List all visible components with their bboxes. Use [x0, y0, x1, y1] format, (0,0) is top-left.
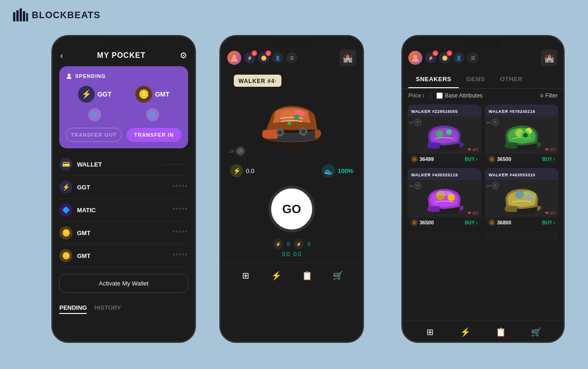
lv-text: LV: [229, 149, 234, 153]
settings-icon[interactable]: ⚙: [180, 50, 187, 61]
card4-coin-icon: $: [489, 219, 495, 226]
p2-nav-home[interactable]: ⊞: [239, 269, 252, 282]
card4-img: LV ✕ ❤ 0/7: [485, 180, 559, 217]
gmt2-wallet-item[interactable]: 🪙 GMT *****: [59, 244, 188, 267]
p3-lightning-count: 0: [433, 50, 438, 56]
tab-other[interactable]: OTHER: [493, 71, 530, 88]
card3-lv: LV ✕: [409, 182, 421, 189]
price-sort-button[interactable]: Price ↕: [408, 92, 425, 99]
p3-tabs: SNEAKERS GEMS OTHER: [403, 71, 563, 89]
filter-divider: [430, 93, 431, 98]
tab-sneakers[interactable]: SNEAKERS: [408, 71, 459, 88]
transfer-in-button[interactable]: TRANSFER IN: [126, 128, 182, 142]
wallet-icon: 💳: [59, 158, 72, 171]
ggt-wallet-item[interactable]: ⚡ GGT *****: [59, 176, 188, 199]
card2-title: WALKER #578245116: [489, 109, 535, 114]
ggt-icon: ⚡: [78, 86, 95, 103]
coin-count: 0: [266, 50, 271, 56]
ggt-coin: ⚡ GGT: [78, 86, 112, 103]
gmt1-wallet-icon: 🪙: [59, 226, 72, 239]
p3-filter-row: Price ↕ Base Attributes ≡ Filter: [403, 89, 563, 103]
activate-wallet-button[interactable]: Activate My Wallet: [59, 274, 188, 293]
gmt1-wallet-name: GMT: [77, 230, 91, 237]
filter-label: Filter: [545, 92, 558, 99]
matic-wallet-item[interactable]: 🔷 MATIC *****: [59, 199, 188, 222]
card1-title: WALKER #228516055: [411, 109, 458, 114]
phone1-frame: ‹ MY POCKET ⚙ SPENDING ⚡ GGT 🪙 GMT: [51, 35, 196, 343]
card2-price-num: 36500: [497, 156, 511, 162]
transfer-out-button[interactable]: TRANSFER OUT: [66, 128, 122, 142]
sort-arrows: ↕: [422, 92, 425, 99]
card3-header: WALKER #430325119: [407, 168, 481, 180]
card1-footer: $ 36499 BUY ›: [407, 154, 481, 164]
p3-nav-shop[interactable]: 🛒: [530, 326, 543, 339]
card3-price-num: 36500: [420, 220, 434, 225]
p2-coin-btn[interactable]: 🪙 0: [258, 52, 269, 63]
p2-user-btn[interactable]: 👤: [272, 52, 283, 63]
p2-nav-list[interactable]: 📋: [301, 269, 314, 282]
health-value: 100%: [338, 167, 353, 174]
svg-point-18: [301, 130, 305, 133]
card4-buy-btn[interactable]: BUY ›: [542, 220, 555, 225]
p2-menu-btn[interactable]: ☰: [286, 52, 297, 63]
wallet-list: 💳 WALLET ············ ⚡ GGT ***** 🔷 MATI…: [53, 153, 195, 267]
badge-right: ⟳: [146, 108, 159, 121]
sneaker-card-2[interactable]: WALKER #578245116 LV ✕: [485, 104, 559, 164]
go-button[interactable]: GO: [268, 186, 315, 232]
back-button[interactable]: ‹: [60, 51, 63, 61]
p2-stats: ⚡ 0.0 👟 100%: [221, 160, 363, 181]
p2-walker-text: WALKER #4·: [238, 78, 277, 84]
card2-buy-btn[interactable]: BUY ›: [542, 157, 555, 162]
spending-icon: [66, 73, 72, 79]
health-stat: 👟 100%: [322, 164, 353, 177]
matic-wallet-icon: 🔷: [59, 203, 72, 216]
sneaker-card-4[interactable]: WALKER #463553310 LV ✕: [485, 168, 559, 228]
ggt-label: GGT: [98, 91, 112, 98]
p3-lightning-btn[interactable]: ⚡ 0: [425, 52, 436, 63]
p3-coin-btn[interactable]: 🪙 0: [439, 52, 450, 63]
filter-button[interactable]: ≡ Filter: [540, 92, 558, 99]
p3-menu-btn[interactable]: ☰: [467, 52, 478, 63]
p3-castle-btn[interactable]: 🏰: [541, 49, 558, 66]
card1-coin-icon: $: [411, 156, 418, 162]
price-label: Price: [408, 92, 421, 99]
base-attr-checkbox[interactable]: Base Attributes: [436, 92, 483, 99]
phone3-frame: ⚡ 0 🪙 0 👤 ☰ 🏰 SNEAKERS GEMS OTHER Price …: [401, 35, 565, 343]
card4-heart: ❤ 0/7: [545, 211, 556, 216]
p3-user-btn[interactable]: 👤: [453, 52, 464, 63]
app-logo: BLOCKBEATS: [13, 8, 100, 21]
wallet-row-left: 💳 WALLET: [59, 158, 102, 171]
sneaker-card-3[interactable]: WALKER #430325119 LV ✕: [407, 168, 481, 228]
p2-lightning-btn[interactable]: ⚡ 0: [244, 52, 255, 63]
wallet-item[interactable]: 💳 WALLET ············: [59, 153, 188, 176]
ggt-wallet-icon: ⚡: [59, 181, 72, 194]
card1-header: WALKER #228516055: [407, 104, 481, 117]
p2-castle-btn[interactable]: 🏰: [339, 49, 356, 66]
sneaker-card-1[interactable]: WALKER #228516055 LV ✕: [407, 104, 481, 164]
p3-nav-list[interactable]: 📋: [494, 326, 507, 339]
bs-icon-left: ⚡: [273, 239, 283, 249]
ggt-wallet-name: GGT: [77, 184, 90, 191]
gmt1-wallet-item[interactable]: 🪙 GMT *****: [59, 222, 188, 244]
svg-rect-2: [20, 8, 22, 21]
energy-stat: ⚡ 0.0: [230, 164, 254, 177]
card3-buy-btn[interactable]: BUY ›: [465, 220, 477, 225]
phone2-screen: ⚡ 0 🪙 0 👤 ☰ 🏰 WALKER #4· LV: [221, 36, 363, 341]
p2-nav-shop[interactable]: 🛒: [331, 269, 344, 282]
p2-score-row: 0.0 0.0: [221, 251, 363, 258]
p2-nav-lightning[interactable]: ⚡: [270, 269, 283, 282]
score-left: 0.0: [282, 251, 290, 258]
gmt-coin: 🪙 GMT: [135, 86, 169, 103]
tab-pending[interactable]: PENDING: [59, 304, 87, 314]
notch3: [464, 36, 502, 47]
tab-history[interactable]: HISTORY: [94, 304, 121, 314]
p3-nav-lightning[interactable]: ⚡: [459, 326, 472, 339]
tab-gems[interactable]: GEMS: [459, 71, 492, 88]
matic-wallet-dots: *****: [173, 207, 188, 213]
card1-buy-btn[interactable]: BUY ›: [465, 157, 477, 162]
go-wrapper: GO: [221, 181, 363, 237]
p3-nav-home[interactable]: ⊞: [423, 326, 436, 339]
p1-bottom-tabs: PENDING HISTORY: [53, 299, 195, 317]
card4-header: WALKER #463553310: [485, 168, 559, 180]
bs-icon-center: ⚡: [294, 239, 304, 249]
